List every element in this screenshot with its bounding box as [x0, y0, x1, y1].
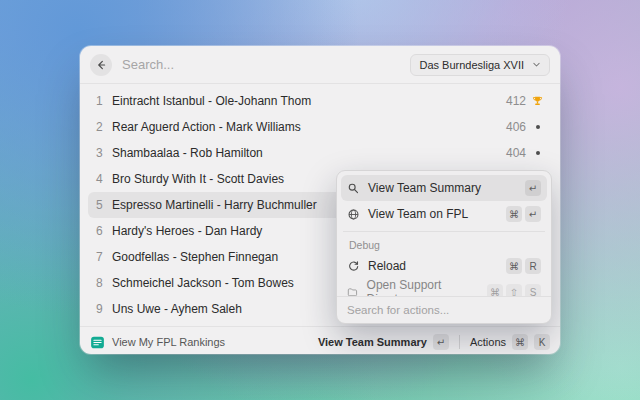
desktop-background: Das Burndesliga XVII 1 Eintracht Istanbu… [0, 0, 640, 400]
rank-badge [526, 125, 544, 129]
team-label: Rear Aguerd Action - Mark Williams [112, 120, 301, 134]
action-item-reload[interactable]: Reload ⌘ R [341, 253, 547, 279]
k-keycap: K [534, 334, 550, 350]
chevron-down-icon [532, 60, 541, 69]
arrow-left-icon [95, 59, 107, 71]
r-keycap: R [525, 258, 541, 274]
rank-number: 2 [96, 120, 110, 134]
header-bar: Das Burndesliga XVII [80, 46, 560, 84]
team-label: Schmeichel Jackson - Tom Bowes [112, 276, 294, 290]
cmd-keycap: ⌘ [487, 284, 503, 296]
rank-badge [526, 151, 544, 155]
rank-number: 3 [96, 146, 110, 160]
back-button[interactable] [90, 54, 112, 76]
menu-divider [343, 231, 545, 232]
globe-icon [347, 208, 360, 221]
rank-badge [526, 95, 544, 108]
rank-number: 8 [96, 276, 110, 290]
rank-number: 5 [96, 198, 110, 212]
extension-label: View My FPL Rankings [112, 336, 225, 348]
team-label: Espresso Martinelli - Harry Buchmuller [112, 198, 317, 212]
team-label: Bro Sturdy With It - Scott Davies [112, 172, 284, 186]
league-dropdown[interactable]: Das Burndesliga XVII [410, 54, 550, 76]
shortcut-keys: ⌘ R [506, 258, 541, 274]
action-search-input[interactable] [347, 304, 541, 316]
action-search-bar [337, 296, 551, 323]
shortcut-keys: ⌘ ↵ [506, 206, 541, 222]
actions-menu-label[interactable]: Actions [470, 336, 506, 348]
shift-keycap: ⇧ [506, 284, 522, 296]
rank-number: 6 [96, 224, 110, 238]
rankings-extension-icon [90, 335, 105, 350]
team-label: Hardy's Heroes - Dan Hardy [112, 224, 262, 238]
footer-actions: View Team Summary ↵ Actions ⌘ K [318, 334, 550, 350]
action-menu-popup: View Team Summary ↵ View Team on FPL ⌘ ↵ [336, 170, 552, 324]
footer-divider [459, 335, 460, 349]
command-palette-window: Das Burndesliga XVII 1 Eintracht Istanbu… [80, 46, 560, 354]
dot-icon [536, 151, 540, 155]
rank-number: 9 [96, 302, 110, 316]
points-value: 406 [506, 120, 526, 134]
status-bar: View My FPL Rankings View Team Summary ↵… [80, 326, 560, 354]
rank-number: 4 [96, 172, 110, 186]
shortcut-keys: ⌘ ⇧ S [487, 284, 541, 296]
action-item-label: View Team Summary [368, 181, 481, 195]
action-item-view-team-summary[interactable]: View Team Summary ↵ [341, 175, 547, 201]
action-item-label: Open Support Directory [367, 278, 479, 296]
team-label: Uns Uwe - Ayhem Saleh [112, 302, 242, 316]
points-value: 412 [506, 94, 526, 108]
folder-icon [347, 286, 359, 297]
search-input[interactable] [122, 57, 410, 72]
rank-number: 1 [96, 94, 110, 108]
enter-keycap: ↵ [433, 334, 449, 350]
action-item-open-support-directory[interactable]: Open Support Directory ⌘ ⇧ S [341, 279, 547, 296]
cmd-keycap: ⌘ [506, 206, 522, 222]
list-item[interactable]: 2 Rear Aguerd Action - Mark Williams 406 [88, 114, 552, 140]
cmd-keycap: ⌘ [512, 334, 528, 350]
magnifier-icon [347, 182, 360, 195]
league-dropdown-label: Das Burndesliga XVII [419, 59, 524, 71]
list-item[interactable]: 3 Shambaalaa - Rob Hamilton 404 [88, 140, 552, 166]
team-label: Shambaalaa - Rob Hamilton [112, 146, 263, 160]
debug-section-label: Debug [341, 236, 547, 253]
primary-action-label[interactable]: View Team Summary [318, 336, 427, 348]
points-value: 404 [506, 146, 526, 160]
s-keycap: S [525, 284, 541, 296]
team-label: Eintracht Istanbul - Ole-Johann Thom [112, 94, 311, 108]
extension-info[interactable]: View My FPL Rankings [90, 335, 225, 350]
cmd-keycap: ⌘ [506, 258, 522, 274]
team-label: Goodfellas - Stephen Finnegan [112, 250, 278, 264]
reload-icon [347, 260, 360, 273]
rank-number: 7 [96, 250, 110, 264]
action-menu-list: View Team Summary ↵ View Team on FPL ⌘ ↵ [337, 171, 551, 296]
action-item-view-team-on-fpl[interactable]: View Team on FPL ⌘ ↵ [341, 201, 547, 227]
trophy-icon [531, 95, 544, 108]
list-item[interactable]: 1 Eintracht Istanbul - Ole-Johann Thom 4… [88, 88, 552, 114]
enter-keycap: ↵ [525, 180, 541, 196]
enter-keycap: ↵ [525, 206, 541, 222]
action-item-label: Reload [368, 259, 406, 273]
action-item-label: View Team on FPL [368, 207, 468, 221]
shortcut-keys: ↵ [525, 180, 541, 196]
dot-icon [536, 125, 540, 129]
